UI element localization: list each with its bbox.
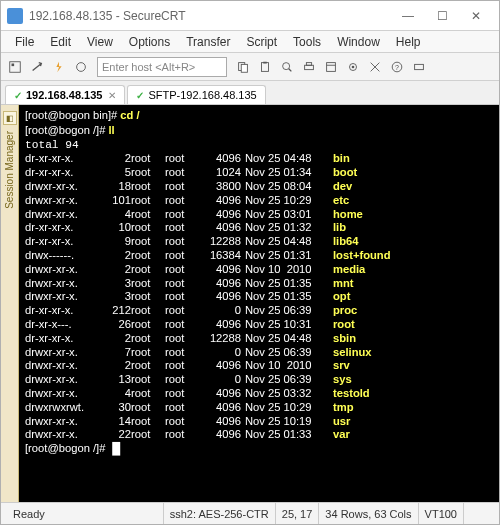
statusbar: Ready ssh2: AES-256-CTR 25, 17 34 Rows, … [1,502,499,524]
svg-point-7 [283,62,290,69]
svg-point-2 [77,62,86,71]
host-placeholder: Enter host <Alt+R> [102,61,195,73]
svg-rect-1 [12,63,15,66]
svg-rect-11 [327,62,336,71]
svg-rect-6 [263,61,267,63]
tab-label: SFTP-192.168.48.135 [148,89,256,101]
session-manager-sidebar[interactable]: ◧ Session Manager [1,105,19,502]
svg-rect-9 [305,65,314,69]
svg-rect-4 [241,64,247,72]
menu-window[interactable]: Window [329,35,388,49]
toolbar-button-icon[interactable] [409,57,429,77]
toolbar: Enter host <Alt+R> ? [1,53,499,81]
menu-options[interactable]: Options [121,35,178,49]
status-cipher: ssh2: AES-256-CTR [163,503,275,524]
connect-icon[interactable] [27,57,47,77]
tab-session-1[interactable]: ✓ 192.168.48.135 ✕ [5,85,125,104]
close-button[interactable]: ✕ [459,6,493,26]
status-dimensions: 34 Rows, 63 Cols [318,503,417,524]
svg-rect-0 [10,61,21,72]
maximize-button[interactable]: ☐ [425,6,459,26]
status-cursor-pos: 25, 17 [275,503,319,524]
reconnect-icon[interactable] [71,57,91,77]
svg-rect-17 [415,64,424,69]
svg-rect-10 [306,62,311,65]
menubar: File Edit View Options Transfer Script T… [1,31,499,53]
menu-view[interactable]: View [79,35,121,49]
sidebar-handle-icon[interactable]: ◧ [3,111,17,125]
tab-label: 192.168.48.135 [26,89,102,101]
properties-icon[interactable] [321,57,341,77]
connected-icon: ✓ [136,90,144,101]
tab-close-icon[interactable]: ✕ [108,90,116,101]
connected-icon: ✓ [14,90,22,101]
svg-line-8 [289,68,292,71]
menu-transfer[interactable]: Transfer [178,35,238,49]
find-icon[interactable] [277,57,297,77]
status-emulation: VT100 [418,503,463,524]
svg-rect-5 [262,62,269,71]
sidebar-label: Session Manager [4,131,15,209]
host-input[interactable]: Enter host <Alt+R> [97,57,227,77]
menu-file[interactable]: File [7,35,42,49]
window-title: 192.168.48.135 - SecureCRT [29,9,391,23]
svg-text:?: ? [395,63,399,70]
paste-icon[interactable] [255,57,275,77]
minimize-button[interactable]: — [391,6,425,26]
terminal[interactable]: [root@bogon bin]# cd / [root@bogon /]# l… [19,105,499,502]
clear-icon[interactable] [365,57,385,77]
help-icon[interactable]: ? [387,57,407,77]
titlebar: 192.168.48.135 - SecureCRT — ☐ ✕ [1,1,499,31]
copy-icon[interactable] [233,57,253,77]
tabbar: ✓ 192.168.48.135 ✕ ✓ SFTP-192.168.48.135 [1,81,499,105]
menu-help[interactable]: Help [388,35,429,49]
svg-point-14 [352,65,355,68]
menu-edit[interactable]: Edit [42,35,79,49]
print-icon[interactable] [299,57,319,77]
menu-script[interactable]: Script [238,35,285,49]
quick-connect-icon[interactable] [49,57,69,77]
status-extra [463,503,493,524]
menu-tools[interactable]: Tools [285,35,329,49]
tab-session-2[interactable]: ✓ SFTP-192.168.48.135 [127,85,265,104]
app-icon [7,8,23,24]
session-manager-icon[interactable] [5,57,25,77]
options-icon[interactable] [343,57,363,77]
status-ready: Ready [7,503,67,524]
